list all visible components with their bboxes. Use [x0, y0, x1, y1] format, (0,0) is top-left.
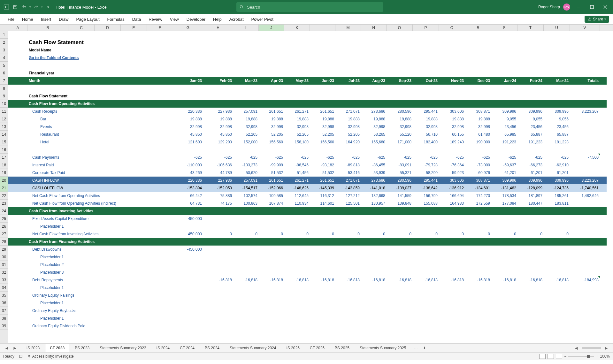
cell[interactable]: 32,998	[361, 123, 387, 131]
ribbon-tab-data[interactable]: Data	[128, 14, 145, 24]
sheet-tab[interactable]: IS 2025	[281, 344, 304, 352]
row-header[interactable]: 12	[0, 115, 8, 123]
column-header[interactable]: N	[361, 25, 387, 31]
cell[interactable]: Cash Flow from Operating Activities	[27, 100, 283, 108]
ribbon-tab-developer[interactable]: Developer	[183, 14, 209, 24]
cell[interactable]	[361, 246, 387, 253]
ribbon-tab-help[interactable]: Help	[209, 14, 226, 24]
search-box[interactable]	[236, 2, 383, 12]
cell[interactable]: 100,863	[233, 200, 259, 207]
cell[interactable]: 257,091	[233, 177, 259, 184]
cell[interactable]: 32,998	[284, 123, 310, 131]
cell[interactable]	[8, 207, 27, 215]
cell[interactable]: 107,874	[259, 200, 284, 207]
cell[interactable]: 309,996	[544, 177, 570, 184]
cell[interactable]	[570, 169, 600, 177]
cell[interactable]	[439, 307, 465, 315]
cell[interactable]	[465, 253, 491, 261]
cell[interactable]	[284, 284, 310, 292]
cell[interactable]: Mar-24	[544, 77, 570, 85]
sheet-tab[interactable]: BS 2024	[200, 344, 224, 352]
cell[interactable]	[544, 299, 570, 307]
cell[interactable]: 271,071	[335, 177, 361, 184]
toc-link[interactable]: Go to the Table of Contents	[27, 54, 219, 62]
cell[interactable]	[173, 284, 203, 292]
cell[interactable]	[8, 161, 27, 169]
cell[interactable]: 121,600	[173, 138, 203, 146]
cell[interactable]: -16,818	[491, 276, 517, 284]
cell[interactable]: 182,400	[413, 138, 439, 146]
row-label[interactable]: Placeholder 1	[27, 253, 173, 261]
cell[interactable]	[465, 246, 491, 253]
cell[interactable]	[259, 253, 284, 261]
cell[interactable]: 52,205	[259, 131, 284, 138]
cell[interactable]	[284, 299, 310, 307]
cell[interactable]	[439, 284, 465, 292]
cell[interactable]	[544, 261, 570, 269]
cell[interactable]: 0	[203, 230, 233, 238]
cell[interactable]	[284, 315, 310, 322]
row-header[interactable]: 19	[0, 169, 8, 177]
cell[interactable]	[173, 322, 203, 330]
cell[interactable]: -625	[233, 154, 259, 161]
cell[interactable]: Totals	[570, 77, 600, 85]
cell[interactable]: 0	[413, 230, 439, 238]
cell[interactable]	[310, 284, 335, 292]
cell[interactable]: -51,532	[310, 169, 335, 177]
row-header[interactable]: 4	[0, 54, 8, 62]
cell[interactable]	[8, 169, 27, 177]
row-header[interactable]: 28	[0, 238, 8, 246]
cell[interactable]	[361, 322, 387, 330]
cell[interactable]	[8, 261, 27, 269]
column-header[interactable]: P	[413, 25, 439, 31]
cell[interactable]: 309,996	[491, 177, 517, 184]
cell[interactable]: -136,912	[439, 184, 465, 192]
scroll-left[interactable]: ◄	[572, 345, 580, 351]
cell[interactable]: 0	[517, 230, 544, 238]
row-label[interactable]: CASH INFLOW	[27, 177, 173, 184]
cell[interactable]	[570, 307, 600, 315]
row-label[interactable]: Interest Paid	[27, 161, 173, 169]
cell[interactable]: 102,574	[233, 192, 259, 200]
cell[interactable]: 295,441	[413, 177, 439, 184]
cell[interactable]: 32,998	[310, 123, 335, 131]
cell[interactable]	[284, 215, 310, 223]
cell[interactable]	[203, 322, 233, 330]
cell[interactable]: -625	[517, 154, 544, 161]
cell[interactable]	[517, 223, 544, 230]
cell[interactable]: 171,000	[387, 138, 413, 146]
cell[interactable]	[570, 131, 600, 138]
cell[interactable]	[570, 299, 600, 307]
cell[interactable]: -16,818	[335, 276, 361, 284]
cell[interactable]	[173, 276, 203, 284]
cell[interactable]	[517, 284, 544, 292]
cell[interactable]	[387, 315, 413, 322]
cell[interactable]	[335, 253, 361, 261]
cell[interactable]	[335, 223, 361, 230]
cell[interactable]	[544, 253, 570, 261]
cell[interactable]	[517, 315, 544, 322]
row-label[interactable]: Ordinary Equity Buybacks	[27, 307, 173, 315]
sheet-tab[interactable]: IS 2023	[22, 344, 44, 352]
cell[interactable]: 0	[284, 230, 310, 238]
qat-chevron-2[interactable]: ▾	[41, 5, 43, 9]
cell[interactable]: 450,000	[173, 215, 203, 223]
cell[interactable]: -53,416	[335, 169, 361, 177]
sheet-tab[interactable]: Statements Summary 2024	[225, 344, 281, 352]
cell[interactable]	[491, 269, 517, 276]
cell[interactable]	[8, 123, 27, 131]
cell[interactable]: Jun-23	[310, 77, 335, 85]
cell[interactable]: 23,456	[544, 123, 570, 131]
cell[interactable]	[387, 269, 413, 276]
row-header[interactable]: 25	[0, 215, 8, 223]
cell[interactable]	[439, 246, 465, 253]
cell[interactable]: 261,651	[310, 108, 335, 115]
cell[interactable]: 0	[310, 230, 335, 238]
row-header[interactable]: 6	[0, 69, 8, 77]
cell[interactable]: 19,888	[259, 115, 284, 123]
cell[interactable]: -99,909	[259, 161, 284, 169]
column-header[interactable]: Q	[439, 25, 465, 31]
zoom-level[interactable]: 100%	[600, 354, 610, 359]
cell[interactable]	[233, 215, 259, 223]
cell[interactable]	[361, 284, 387, 292]
